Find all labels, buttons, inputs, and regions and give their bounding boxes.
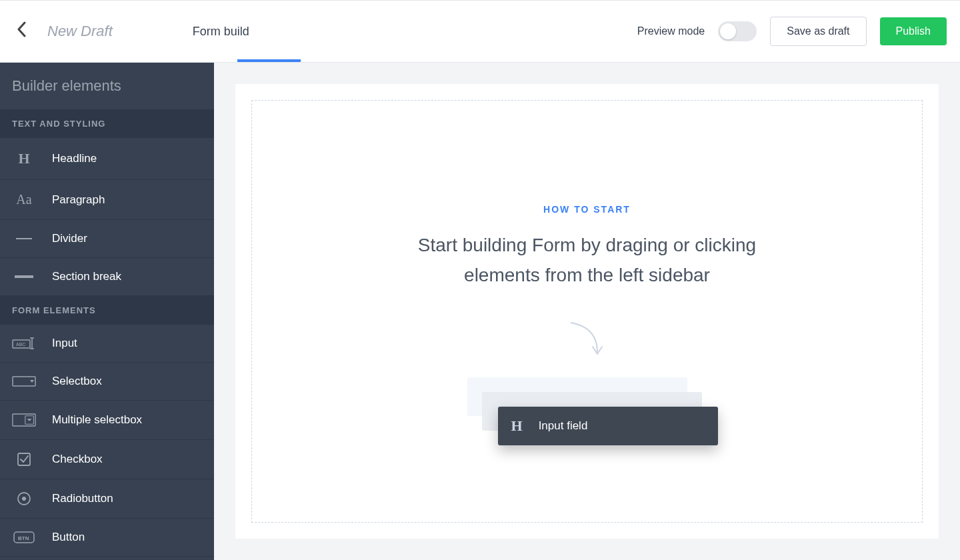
sidebar-item-headline[interactable]: H Headline — [0, 138, 214, 180]
sidebar-item-label: Button — [52, 531, 85, 544]
sidebar-item-input[interactable]: ABC Input — [0, 325, 214, 363]
sidebar-item-selectbox[interactable]: Selectbox — [0, 363, 214, 401]
page-title: New Draft — [47, 23, 113, 40]
sidebar-item-section-break[interactable]: Section break — [0, 258, 214, 296]
sidebar: Builder elements TEXT AND STYLING H Head… — [0, 63, 214, 560]
instruction-heading: Start building Form by draging or clicki… — [387, 231, 787, 291]
eyebrow-text: HOW TO START — [543, 204, 631, 215]
back-icon[interactable] — [17, 21, 26, 42]
svg-rect-10 — [18, 453, 30, 465]
sidebar-title: Builder elements — [0, 63, 214, 109]
paragraph-icon: Aa — [12, 192, 36, 207]
canvas: HOW TO START Start building Form by drag… — [235, 84, 939, 539]
headline-icon: H — [511, 417, 523, 435]
sidebar-item-button[interactable]: BTN Button — [0, 519, 214, 557]
selectbox-icon — [12, 376, 36, 387]
drag-preview-card[interactable]: H Input field — [498, 407, 718, 445]
preview-mode-label: Preview mode — [637, 25, 705, 37]
save-draft-button[interactable]: Save as draft — [770, 17, 866, 46]
sidebar-item-divider[interactable]: Divider — [0, 220, 214, 258]
svg-text:BTN: BTN — [18, 535, 29, 541]
sidebar-item-label: Headline — [52, 152, 97, 165]
sidebar-item-label: Multiple selectbox — [52, 413, 142, 427]
sidebar-item-label: Section break — [52, 270, 121, 283]
divider-icon — [12, 237, 36, 240]
sidebar-item-label: Selectbox — [52, 375, 102, 388]
svg-text:ABC: ABC — [16, 342, 25, 347]
drag-preview-label: Input field — [539, 419, 588, 433]
drag-preview-stack: H Input field — [467, 377, 707, 457]
sidebar-item-label: Radiobutton — [52, 492, 113, 505]
sidebar-item-multiple-selectbox[interactable]: Multiple selectbox — [0, 401, 214, 440]
sidebar-group-text-styling: TEXT AND STYLING — [0, 109, 214, 138]
section-break-icon — [12, 275, 36, 279]
canvas-area: HOW TO START Start building Form by drag… — [214, 63, 960, 560]
arrow-icon — [561, 317, 614, 364]
sidebar-item-label: Input — [52, 337, 77, 350]
sidebar-item-label: Paragraph — [52, 193, 105, 207]
dropzone[interactable]: HOW TO START Start building Form by drag… — [251, 100, 923, 523]
tab-form-build[interactable]: Form build — [193, 25, 249, 39]
sidebar-item-radiobutton[interactable]: Radiobutton — [0, 479, 214, 519]
headline-icon: H — [12, 150, 36, 167]
svg-point-12 — [22, 497, 26, 501]
sidebar-item-checkbox[interactable]: Checkbox — [0, 440, 214, 479]
header: New Draft Form build Preview mode Save a… — [0, 0, 960, 63]
preview-mode-toggle[interactable] — [718, 21, 757, 41]
sidebar-item-paragraph[interactable]: Aa Paragraph — [0, 180, 214, 220]
checkbox-icon — [12, 452, 36, 467]
sidebar-item-label: Divider — [52, 232, 87, 245]
radio-icon — [12, 491, 36, 506]
sidebar-group-hide: HIDE — [0, 557, 214, 560]
button-icon: BTN — [12, 531, 36, 543]
multiselect-icon — [12, 413, 36, 427]
tab-indicator — [237, 59, 301, 62]
toggle-knob — [720, 23, 736, 39]
publish-button[interactable]: Publish — [880, 17, 947, 45]
input-icon: ABC — [12, 337, 36, 350]
sidebar-item-label: Checkbox — [52, 453, 103, 466]
sidebar-group-form-elements: FORM ELEMENTS — [0, 296, 214, 325]
